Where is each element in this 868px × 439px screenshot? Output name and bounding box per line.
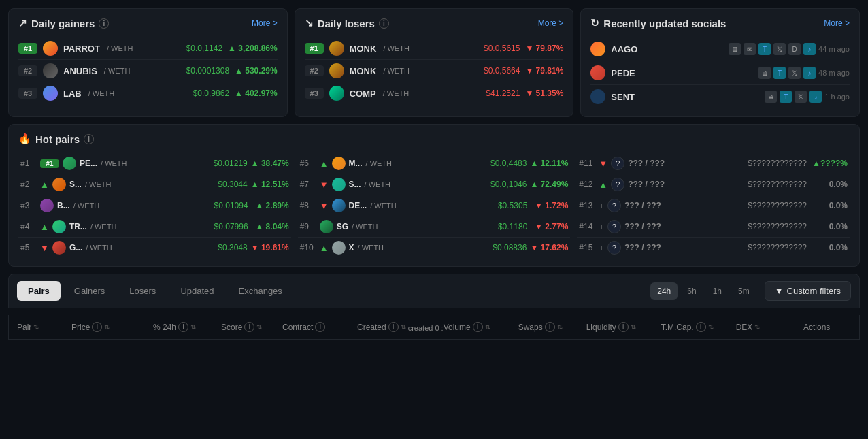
social-row-aago: AAGO 🖥 ✉ T 𝕏 D ♪ 44 m ago — [590, 37, 850, 61]
gainers-row-2[interactable]: #2 ANUBIS/ WETH $0.0001308 ▲ 530.29% — [18, 60, 278, 82]
sent-tiktok-icon[interactable]: ♪ — [809, 91, 822, 103]
tab-losers[interactable]: Losers — [118, 281, 167, 301]
losers-row-3[interactable]: #3 COMP/ WETH $41.2521 ▼ 51.35% — [305, 82, 564, 104]
monitor-icon[interactable]: 🖥 — [729, 43, 741, 55]
th-contract[interactable]: Contract i — [282, 322, 357, 332]
hot-row-9[interactable]: #9 SG / WETH $0.1180 ▼ 2.77% — [298, 216, 571, 238]
time-6h[interactable]: 6h — [680, 282, 703, 300]
pede-tiktok-icon[interactable]: ♪ — [803, 67, 816, 79]
filter-icon: ▼ — [775, 286, 784, 296]
hot-row-3[interactable]: #3 B... / WETH $0.01094 ▲ 2.89% — [18, 195, 291, 216]
tab-exchanges[interactable]: Exchanges — [228, 281, 293, 301]
hot-pairs-section: 🔥 Hot pairs i #1 #1 PE... / WETH $0.0121… — [8, 124, 860, 267]
liquidity-info-icon[interactable]: i — [618, 322, 629, 332]
volume-sort-icon: ⇅ — [485, 323, 490, 331]
twitter-icon[interactable]: 𝕏 — [773, 43, 786, 55]
lab-name: LAB — [63, 88, 82, 99]
table-header: Pair ⇅ Price i ⇅ % 24h i ⇅ Score i ⇅ Con… — [8, 315, 860, 340]
aago-time: 44 m ago — [818, 45, 850, 53]
dex-sort-icon: ⇅ — [754, 323, 760, 331]
hot-row-2[interactable]: #2 ▲ S... / WETH $0.3044 ▲ 12.51% — [18, 174, 291, 195]
time-1h[interactable]: 1h — [706, 282, 729, 300]
gainers-more-link[interactable]: More > — [252, 18, 278, 28]
discord-icon[interactable]: D — [788, 43, 801, 55]
pede-twitter-icon[interactable]: 𝕏 — [788, 67, 801, 79]
socials-icon: ↻ — [590, 17, 599, 29]
hot-row-10[interactable]: #10 ▲ X / WETH $0.08836 ▼ 17.62% — [298, 238, 571, 258]
th-price[interactable]: Price i ⇅ — [71, 322, 153, 332]
th-volume[interactable]: Volume i ⇅ — [444, 322, 518, 332]
hot-row-12: #12 ▲ ? ??? / ??? $???????????? 0.0% — [577, 174, 850, 195]
comp-change: ▼ 51.35% — [525, 88, 563, 98]
losers-info-icon[interactable]: i — [379, 18, 389, 29]
socials-header: ↻ Recently updated socials More > — [590, 17, 850, 29]
hot-row-1[interactable]: #1 #1 PE... / WETH $0.01219 ▲ 38.47% — [18, 153, 291, 174]
losers-row-2[interactable]: #2 MONK/ WETH $0.0,5664 ▼ 79.81% — [305, 60, 564, 82]
socials-more-link[interactable]: More > — [824, 18, 850, 28]
time-5m[interactable]: 5m — [731, 282, 756, 300]
th-dex[interactable]: DEX ⇅ — [736, 323, 797, 332]
q14-avatar: ? — [607, 220, 621, 233]
socials-panel: ↻ Recently updated socials More > AAGO 🖥… — [580, 8, 860, 117]
th-tmcap[interactable]: T.M.Cap. i ⇅ — [661, 322, 736, 332]
hot-row-5[interactable]: #5 ▼ G... / WETH $0.3048 ▼ 19.61% — [18, 238, 291, 258]
swaps-info-icon[interactable]: i — [545, 322, 555, 332]
hot-pairs-info-icon[interactable]: i — [84, 134, 94, 144]
th-liquidity[interactable]: Liquidity i ⇅ — [586, 322, 661, 332]
score-info-icon[interactable]: i — [244, 322, 254, 332]
sent-telegram-icon[interactable]: T — [780, 91, 792, 103]
th-pct24h[interactable]: % 24h i ⇅ — [153, 322, 221, 332]
telegram-icon[interactable]: T — [758, 43, 771, 55]
tab-gainers[interactable]: Gainers — [63, 281, 116, 301]
gainers-icon: ↗ — [18, 17, 27, 29]
sent-monitor-icon[interactable]: 🖥 — [765, 91, 777, 103]
th-swaps[interactable]: Swaps i ⇅ — [518, 322, 586, 332]
custom-filters-label: Custom filters — [787, 286, 841, 296]
tab-pairs[interactable]: Pairs — [17, 281, 61, 301]
created-info-icon[interactable]: i — [388, 322, 399, 332]
pede-telegram-icon[interactable]: T — [773, 67, 786, 79]
th-created[interactable]: Created i ⇅ created 0 : — [357, 322, 444, 332]
gainers-info-icon[interactable]: i — [99, 18, 109, 29]
gainers-row-3[interactable]: #3 LAB/ WETH $0.0,9862 ▲ 402.97% — [18, 82, 278, 104]
losers-row-1[interactable]: #1 MONK/ WETH $0.0,5615 ▼ 79.87% — [305, 37, 564, 60]
comp-price: $41.2521 — [486, 88, 520, 98]
hot-pairs-grid: #1 #1 PE... / WETH $0.01219 ▲ 38.47% #2 … — [18, 153, 850, 258]
custom-filters-button[interactable]: ▼ Custom filters — [765, 281, 851, 301]
th-pair[interactable]: Pair ⇅ — [17, 323, 71, 332]
pede-social-icons: 🖥 T 𝕏 ♪ 48 m ago — [758, 67, 850, 79]
tiktok-icon[interactable]: ♪ — [803, 43, 816, 55]
pct-info-icon[interactable]: i — [178, 322, 188, 332]
hot-col-1: #1 #1 PE... / WETH $0.01219 ▲ 38.47% #2 … — [18, 153, 291, 258]
monk2-name: MONK — [350, 66, 377, 76]
th-score[interactable]: Score i ⇅ — [221, 322, 282, 332]
hot-row-6[interactable]: #6 ▲ M... / WETH $0.0,4483 ▲ 12.11% — [298, 153, 571, 174]
hot-pairs-title: Hot pairs — [35, 133, 80, 145]
losers-more-link[interactable]: More > — [538, 18, 564, 28]
hot-row-4[interactable]: #4 ▲ TR... / WETH $0.07996 ▲ 8.04% — [18, 216, 291, 238]
sent-twitter-icon[interactable]: 𝕏 — [795, 91, 807, 103]
monk1-name: MONK — [350, 44, 377, 54]
comp-avatar — [329, 86, 344, 101]
pede-monitor-icon[interactable]: 🖥 — [758, 67, 771, 79]
contract-info-icon[interactable]: i — [315, 322, 325, 332]
gainers-row-1[interactable]: #1 PARROT/ WETH $0.0,1142 ▲ 3,208.86% — [18, 37, 278, 60]
tmcap-info-icon[interactable]: i — [696, 322, 706, 332]
q11-avatar: ? — [611, 157, 624, 170]
anubis-price: $0.0001308 — [186, 66, 229, 76]
losers-icon: ↘ — [305, 17, 314, 29]
hot-row-7[interactable]: #7 ▼ S... / WETH $0.0,1046 ▲ 72.49% — [298, 174, 571, 195]
price-info-icon[interactable]: i — [92, 322, 102, 332]
gainers-panel: ↗ Daily gainers i More > #1 PARROT/ WETH… — [8, 8, 288, 117]
q13-avatar: ? — [607, 199, 621, 212]
mail-icon[interactable]: ✉ — [744, 43, 756, 55]
pct-sort-icon: ⇅ — [190, 323, 196, 331]
time-24h[interactable]: 24h — [650, 282, 678, 300]
tab-updated[interactable]: Updated — [169, 281, 224, 301]
volume-info-icon[interactable]: i — [473, 322, 483, 332]
pede-avatar — [590, 65, 605, 80]
pe-avatar — [63, 157, 76, 170]
tr-avatar — [52, 220, 66, 233]
hot-pairs-header: 🔥 Hot pairs i — [18, 133, 850, 145]
hot-row-8[interactable]: #8 ▼ DE... / WETH $0.5305 ▼ 1.72% — [298, 195, 571, 216]
